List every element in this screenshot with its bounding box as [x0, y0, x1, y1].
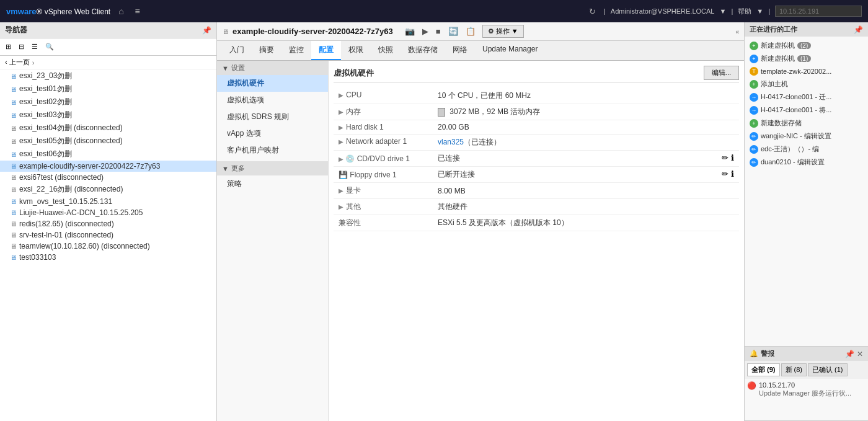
nav-item-exsi2216[interactable]: 🖥 exsi_22_16勿删 (disconnected) [0, 183, 216, 196]
console-button[interactable]: 📋 [463, 25, 479, 37]
vm-icon: 🖥 [10, 125, 17, 132]
config-item-vm-hardware[interactable]: 虚拟机硬件 [217, 75, 328, 92]
config-item-vm-options[interactable]: 虚拟机选项 [217, 92, 328, 109]
config-item-policy[interactable]: 策略 [217, 175, 328, 192]
edit-hardware-button[interactable]: 编辑... [704, 66, 739, 80]
task-item-8[interactable]: ✏ wangjie-NIC - 编辑设置 [747, 130, 866, 143]
power-off-button[interactable]: ■ [433, 25, 444, 37]
nav-item-redis[interactable]: 🖥 redis(182.65) (disconnected) [0, 218, 216, 229]
nav-item-test033103[interactable]: 🖥 test033103 [0, 252, 216, 263]
tab-monitor[interactable]: 监控 [281, 41, 311, 60]
floppy-label: Floppy drive 1 [350, 171, 396, 179]
task-label-3: template-zwk-202002... [761, 68, 831, 75]
task-item-3[interactable]: T template-zwk-202002... [747, 65, 866, 78]
nav-item-esxitest05[interactable]: 🖥 esxi_test05勿删 (disconnected) [0, 135, 216, 148]
memory-expand-arrow[interactable]: ▶ [339, 109, 343, 115]
more-section-header[interactable]: ▼ 更多 [217, 161, 328, 175]
cddvd-edit-button[interactable]: ✏ [722, 153, 728, 162]
task-item-5[interactable]: → H-0417-clone001 - 迁... [747, 91, 866, 104]
more-arrow: ▼ [222, 165, 229, 172]
tab-permissions[interactable]: 权限 [341, 41, 371, 60]
cddvd-info-button[interactable]: ℹ [731, 153, 734, 162]
config-item-guest-user[interactable]: 客户机用户映射 [217, 142, 328, 159]
nav-item-esxitest06[interactable]: 🖥 esxi_test06勿删 [0, 148, 216, 161]
task-icon-1: + [750, 42, 758, 50]
refresh-button[interactable]: ↻ [586, 6, 599, 17]
vlan-link[interactable]: vlan325 [438, 138, 464, 146]
task-item-4[interactable]: + 添加主机 [747, 78, 866, 91]
task-icon-9: ✏ [750, 145, 758, 154]
operate-button[interactable]: ⚙ 操作 ▼ [482, 25, 524, 38]
power-on-button[interactable]: ▶ [419, 25, 432, 37]
tab-datastore[interactable]: 数据存储 [401, 41, 445, 60]
menu-button[interactable]: ≡ [132, 5, 143, 17]
vm-icon: 🖥 [10, 198, 17, 205]
nav-tab-vms[interactable]: ⊞ [2, 41, 14, 53]
reload-button[interactable]: 🔄 [445, 25, 461, 37]
nav-item-esxi2303[interactable]: 🖥 esxi_23_03勿删 [0, 69, 216, 82]
nav-item-label: exsi_22_16勿删 (disconnected) [19, 184, 123, 195]
nav-item-liujie[interactable]: 🖥 Liujie-Huawei-AC-DCN_10.15.25.205 [0, 207, 216, 218]
cddvd-expand-arrow[interactable]: ▶ [339, 156, 343, 162]
nav-item-esxitest02[interactable]: 🖥 esxi_test02勿删 [0, 95, 216, 109]
nav-item-srv[interactable]: 🖥 srv-test-ln-01 (disconnected) [0, 229, 216, 241]
alert-item-1[interactable]: 🔴 10.15.21.70 Update Manager 服务运行状... [745, 379, 868, 401]
vm-icon: 🖥 [10, 99, 17, 106]
nav-back-button[interactable]: ‹ 上一页 [5, 58, 30, 67]
task-item-2[interactable]: + 新建虚拟机 (1) [747, 52, 866, 65]
current-user: Administrator@VSPHERE.LOCAL [611, 7, 715, 15]
nav-item-esxitest03[interactable]: 🖥 esxi_test03勿删 [0, 109, 216, 122]
nav-item-teamview[interactable]: 🖥 teamview(10.10.182.60) (disconnected) [0, 241, 216, 252]
floppy-info-button[interactable]: ℹ [731, 169, 734, 179]
nav-item-label: esxi_23_03勿删 [19, 71, 72, 81]
alert-tab-new[interactable]: 新 (8) [781, 363, 807, 376]
navigator-breadcrumb: ‹ 上一页 › [0, 56, 216, 69]
tab-intro[interactable]: 入门 [222, 41, 252, 60]
network-expand-arrow[interactable]: ▶ [339, 138, 343, 145]
task-item-7[interactable]: + 新建数据存储 [747, 117, 866, 130]
snapshot-button[interactable]: 📷 [402, 25, 418, 37]
nav-item-exsi67[interactable]: 🖥 exsi67test (disconnected) [0, 172, 216, 183]
task-icon-4: + [750, 80, 758, 89]
tab-config[interactable]: 配置 [311, 41, 341, 60]
config-item-sdrs[interactable]: 虚拟机 SDRS 规则 [217, 109, 328, 125]
other-expand-arrow[interactable]: ▶ [339, 203, 343, 210]
network-label: Network adapter 1 [346, 137, 407, 146]
collapse-button[interactable]: « [735, 29, 739, 35]
floppy-edit-button[interactable]: ✏ [722, 169, 728, 179]
task-item-10[interactable]: ✏ duan0210 - 编辑设置 [747, 156, 866, 169]
tab-update[interactable]: Update Manager [475, 41, 545, 60]
nav-tab-list[interactable]: ☰ [29, 41, 41, 53]
nav-item-label: kvm_ovs_test_10.15.25.131 [19, 197, 112, 206]
nav-item-esxitest01[interactable]: 🖥 esxi_test01勿删 [0, 82, 216, 95]
alerts-close-button[interactable]: ✕ [857, 350, 863, 358]
task-icon-8: ✏ [750, 132, 758, 141]
task-item-1[interactable]: + 新建虚拟机 (2) [747, 39, 866, 52]
nav-item-label: esxi_test06勿删 [19, 149, 72, 159]
cpu-expand-arrow[interactable]: ▶ [339, 92, 343, 99]
alert-tab-all[interactable]: 全部 (9) [747, 363, 780, 376]
nav-item-kvm[interactable]: 🖥 kvm_ovs_test_10.15.25.131 [0, 196, 216, 207]
nav-tab-search[interactable]: 🔍 [42, 41, 57, 53]
global-search-input[interactable] [775, 6, 862, 17]
display-expand-arrow[interactable]: ▶ [339, 187, 343, 194]
compat-value: ESXi 5.5 及更高版本（虚拟机版本 10） [433, 215, 739, 231]
task-item-6[interactable]: → H-0417-clone001 - 将... [747, 104, 866, 117]
config-item-vapp[interactable]: vApp 选项 [217, 125, 328, 142]
tab-summary[interactable]: 摘要 [252, 41, 281, 60]
alerts-pin-button[interactable]: 📌 [845, 350, 854, 358]
navigator-pin-button[interactable]: 📌 [202, 26, 211, 35]
task-item-9[interactable]: ✏ edc-王洁）（）- 编 [747, 143, 866, 156]
harddisk-expand-arrow[interactable]: ▶ [339, 124, 343, 131]
nav-item-esxitest04[interactable]: 🖥 esxi_test04勿删 (disconnected) [0, 122, 216, 135]
home-button[interactable]: ⌂ [115, 5, 126, 17]
tab-network[interactable]: 网络 [445, 41, 475, 60]
vm-icon: 🖥 [10, 254, 17, 261]
help-link[interactable]: 帮助 [738, 7, 751, 16]
tab-snapshots[interactable]: 快照 [371, 41, 401, 60]
nav-tab-storage[interactable]: ⊟ [16, 41, 27, 53]
nav-item-cloudify[interactable]: 🖥 example-cloudify-server-20200422-7z7y6… [0, 161, 216, 172]
tasks-pin-button[interactable]: 📌 [854, 25, 863, 34]
settings-section-header[interactable]: ▼ 设置 [217, 61, 328, 75]
alert-tab-confirmed[interactable]: 已确认 (1) [808, 363, 848, 376]
